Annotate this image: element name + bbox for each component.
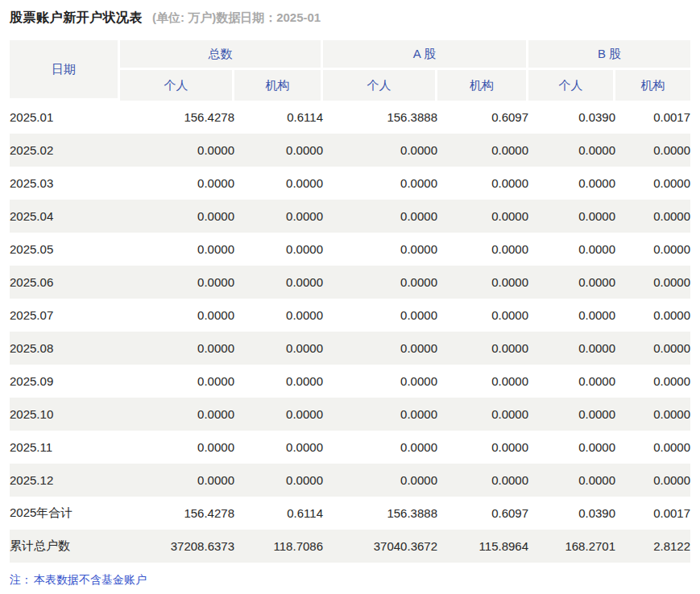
row-label: 2025.07 [10, 299, 120, 332]
cell-value: 0.0000 [323, 332, 437, 365]
row-label: 2025.02 [10, 134, 120, 167]
row-label: 2025.09 [10, 365, 120, 398]
table-row: 2025.050.00000.00000.00000.00000.00000.0… [10, 233, 690, 266]
footnote: 注：本表数据不含基金账户 [10, 573, 690, 588]
table-row: 2025.100.00000.00000.00000.00000.00000.0… [10, 398, 690, 431]
cell-value: 0.0000 [120, 299, 234, 332]
cell-value: 0.0000 [120, 167, 234, 200]
cell-value: 0.0000 [437, 266, 528, 299]
table-row: 2025.01156.42780.6114156.38880.60970.039… [10, 101, 690, 134]
cell-value: 0.0000 [323, 200, 437, 233]
cell-value: 2.8122 [615, 530, 690, 563]
row-label: 2025.06 [10, 266, 120, 299]
col-header-date: 日期 [10, 40, 120, 101]
cell-value: 0.0000 [528, 200, 615, 233]
page-title: 股票账户新开户状况表 [10, 10, 143, 27]
col-header-b-institution: 机构 [615, 70, 690, 101]
page-subtitle: (单位: 万户)数据日期：2025-01 [152, 10, 321, 26]
cell-value: 0.0000 [234, 266, 323, 299]
table-row: 2025.080.00000.00000.00000.00000.00000.0… [10, 332, 690, 365]
row-label: 2025.08 [10, 332, 120, 365]
cumulative-total-row: 累计总户数37208.6373118.708637040.3672115.896… [10, 530, 690, 563]
cell-value: 0.0000 [528, 299, 615, 332]
cell-value: 0.0000 [615, 299, 690, 332]
cell-value: 0.0000 [234, 332, 323, 365]
col-header-total-individual: 个人 [120, 70, 234, 101]
cell-value: 0.0000 [120, 398, 234, 431]
cell-value: 0.0000 [323, 398, 437, 431]
cell-value: 0.0000 [120, 233, 234, 266]
row-label: 2025.11 [10, 431, 120, 464]
cell-value: 0.0000 [234, 398, 323, 431]
row-label: 2025.01 [10, 101, 120, 134]
cell-value: 115.8964 [437, 530, 528, 563]
cell-value: 0.6097 [437, 497, 528, 530]
cell-value: 0.6097 [437, 101, 528, 134]
table-body: 2025.01156.42780.6114156.38880.60970.039… [10, 101, 690, 563]
header-group-row: 日期 总数 A 股 B 股 [10, 40, 690, 70]
cell-value: 0.0000 [615, 134, 690, 167]
table-row: 2025.120.00000.00000.00000.00000.00000.0… [10, 464, 690, 497]
year-total-row: 2025年合计156.42780.6114156.38880.60970.039… [10, 497, 690, 530]
cell-value: 0.0000 [615, 431, 690, 464]
cell-value: 0.0000 [437, 365, 528, 398]
cell-value: 156.4278 [120, 497, 234, 530]
cell-value: 0.0000 [615, 398, 690, 431]
cell-value: 0.0390 [528, 101, 615, 134]
cell-value: 0.0000 [120, 200, 234, 233]
cell-value: 0.0000 [234, 299, 323, 332]
cell-value: 0.0000 [615, 464, 690, 497]
cell-value: 0.0000 [528, 233, 615, 266]
cell-value: 0.0000 [528, 266, 615, 299]
cell-value: 0.0000 [437, 167, 528, 200]
row-label: 2025.12 [10, 464, 120, 497]
cell-value: 0.0000 [323, 134, 437, 167]
cell-value: 0.0000 [528, 167, 615, 200]
table-header: 日期 总数 A 股 B 股 个人 机构 个人 机构 个人 机构 [10, 40, 690, 101]
col-group-b-share: B 股 [528, 40, 690, 70]
table-row: 2025.090.00000.00000.00000.00000.00000.0… [10, 365, 690, 398]
cell-value: 0.0390 [528, 497, 615, 530]
cell-value: 0.0000 [615, 332, 690, 365]
page: 股票账户新开户状况表 (单位: 万户)数据日期：2025-01 日期 总数 A … [0, 0, 700, 588]
row-label: 累计总户数 [10, 530, 120, 563]
cell-value: 37040.3672 [323, 530, 437, 563]
cell-value: 0.0000 [437, 332, 528, 365]
row-label: 2025年合计 [10, 497, 120, 530]
cell-value: 0.0000 [528, 398, 615, 431]
cell-value: 0.0000 [234, 134, 323, 167]
cell-value: 118.7086 [234, 530, 323, 563]
cell-value: 0.0000 [234, 431, 323, 464]
cell-value: 0.0000 [323, 431, 437, 464]
cell-value: 156.3888 [323, 101, 437, 134]
cell-value: 0.0000 [234, 233, 323, 266]
cell-value: 156.3888 [323, 497, 437, 530]
cell-value: 0.0000 [528, 134, 615, 167]
stock-accounts-table: 日期 总数 A 股 B 股 个人 机构 个人 机构 个人 机构 2025.011… [10, 40, 690, 563]
cell-value: 0.0000 [437, 200, 528, 233]
cell-value: 0.0000 [234, 200, 323, 233]
cell-value: 0.0000 [528, 431, 615, 464]
cell-value: 0.0000 [615, 200, 690, 233]
cell-value: 156.4278 [120, 101, 234, 134]
row-label: 2025.04 [10, 200, 120, 233]
cell-value: 0.0000 [120, 431, 234, 464]
table-row: 2025.060.00000.00000.00000.00000.00000.0… [10, 266, 690, 299]
cell-value: 0.0000 [437, 464, 528, 497]
table-row: 2025.020.00000.00000.00000.00000.00000.0… [10, 134, 690, 167]
table-row: 2025.070.00000.00000.00000.00000.00000.0… [10, 299, 690, 332]
col-header-b-individual: 个人 [528, 70, 615, 101]
cell-value: 0.0000 [615, 266, 690, 299]
cell-value: 0.0000 [234, 464, 323, 497]
cell-value: 0.0000 [323, 365, 437, 398]
cell-value: 0.0000 [437, 431, 528, 464]
footnote-prefix: 注： [10, 573, 32, 586]
cell-value: 0.0000 [120, 464, 234, 497]
cell-value: 0.0000 [528, 464, 615, 497]
cell-value: 0.0017 [615, 497, 690, 530]
col-header-a-individual: 个人 [323, 70, 437, 101]
cell-value: 0.0000 [615, 233, 690, 266]
cell-value: 0.0000 [323, 266, 437, 299]
row-label: 2025.03 [10, 167, 120, 200]
cell-value: 0.6114 [234, 497, 323, 530]
